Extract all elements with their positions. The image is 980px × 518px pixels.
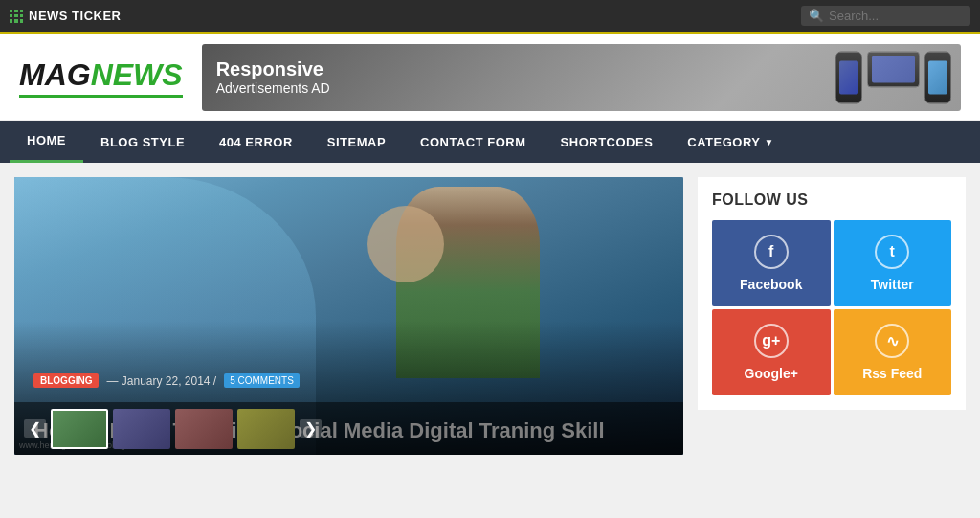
badge-comments: 5 COMMENTS <box>224 373 300 388</box>
thumbnail-1[interactable] <box>51 409 108 449</box>
nav-contact-form[interactable]: CONTACT FORM <box>403 121 543 163</box>
logo-container[interactable]: MAGNEWS <box>19 57 183 98</box>
twitter-label: Twitter <box>871 277 914 292</box>
chevron-down-icon: ▼ <box>765 137 774 147</box>
twitter-icon: t <box>875 235 909 269</box>
thumb-strip: ❮ ❯ <box>14 402 683 455</box>
thumbnail-4[interactable] <box>237 409 295 449</box>
phone-tall <box>835 51 862 103</box>
rss-icon: ∿ <box>875 324 909 358</box>
nav-category[interactable]: CATEGORY ▼ <box>670 121 791 163</box>
main-feature: BLOGGING — January 22, 2014 / 5 COMMENTS… <box>14 177 683 455</box>
ad-subtitle: Advertisements AD <box>216 80 330 96</box>
logo-underline <box>19 95 183 98</box>
logo-news: NEWS <box>91 57 183 92</box>
facebook-button[interactable]: f Facebook <box>712 220 831 306</box>
twitter-button[interactable]: t Twitter <box>834 220 952 306</box>
nav: HOME BLOG STYLE 404 ERROR SITEMAP CONTAC… <box>0 121 980 163</box>
nav-shortcodes[interactable]: SHORTCODES <box>544 121 671 163</box>
next-thumb-button[interactable]: ❯ <box>300 419 322 438</box>
news-ticker-label: NEWS TICKER <box>29 9 122 23</box>
nav-home[interactable]: HOME <box>10 121 83 163</box>
feature-date: — January 22, 2014 / <box>106 374 216 388</box>
facebook-label: Facebook <box>740 277 802 292</box>
grid-icon <box>10 10 23 23</box>
rss-label: Rss Feed <box>862 366 922 381</box>
logo: MAGNEWS <box>19 57 183 98</box>
social-grid: f Facebook t Twitter g+ Google+ ∿ Rss Fe… <box>712 220 951 395</box>
follow-us-box: FOLLOW US f Facebook t Twitter g+ Google… <box>698 177 966 410</box>
phone-wide <box>867 51 920 87</box>
search-icon: 🔍 <box>809 9 824 23</box>
ad-banner: Responsive Advertisements AD <box>202 44 961 111</box>
ad-title: Responsive <box>216 58 330 80</box>
nav-blog-style[interactable]: BLOG STYLE <box>83 121 202 163</box>
rss-button[interactable]: ∿ Rss Feed <box>834 309 952 395</box>
google-button[interactable]: g+ Google+ <box>712 309 831 395</box>
follow-us-title: FOLLOW US <box>712 191 951 209</box>
nav-sitemap[interactable]: SITEMAP <box>310 121 403 163</box>
sidebar: FOLLOW US f Facebook t Twitter g+ Google… <box>698 177 966 455</box>
ad-text: Responsive Advertisements AD <box>216 58 330 96</box>
facebook-icon: f <box>754 235 789 269</box>
news-ticker: NEWS TICKER <box>10 9 122 23</box>
thumbnail-2[interactable] <box>113 409 170 449</box>
phone-illustration <box>835 51 951 103</box>
prev-thumb-button[interactable]: ❮ <box>24 419 46 438</box>
logo-mag: MAG <box>19 57 91 92</box>
header: MAGNEWS Responsive Advertisements AD <box>0 34 980 121</box>
phone-tall-2 <box>924 51 951 103</box>
content-area: BLOGGING — January 22, 2014 / 5 COMMENTS… <box>0 163 980 469</box>
thumbnail-3[interactable] <box>175 409 233 449</box>
search-box[interactable]: 🔍 <box>801 6 970 26</box>
search-input[interactable] <box>829 9 963 23</box>
feature-meta: BLOGGING — January 22, 2014 / 5 COMMENTS <box>33 373 300 388</box>
badge-blogging: BLOGGING <box>33 373 99 388</box>
top-bar: NEWS TICKER 🔍 <box>0 0 980 34</box>
google-icon: g+ <box>754 324 789 358</box>
google-label: Google+ <box>745 366 798 381</box>
nav-404-error[interactable]: 404 ERROR <box>202 121 310 163</box>
